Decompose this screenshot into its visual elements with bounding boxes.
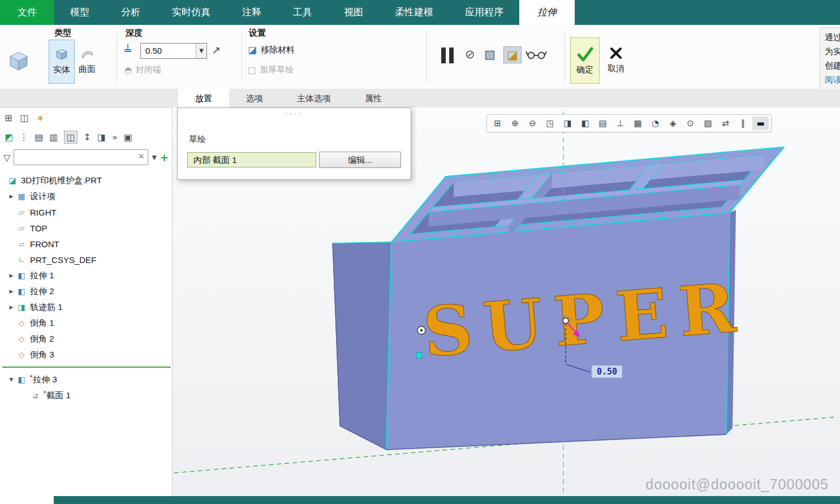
datum-display-icon[interactable]: ▦ [630, 117, 646, 130]
clear-search-icon[interactable]: ✕ [139, 152, 145, 161]
tree-item[interactable]: ◇倒角 2 [0, 331, 172, 347]
menu-tab[interactable]: 文件 [0, 0, 54, 25]
edit-sketch-button[interactable]: 编辑... [319, 152, 401, 168]
expander-icon[interactable]: ▶ [7, 193, 16, 199]
pause-bar-icon [449, 48, 454, 63]
pause-button[interactable] [437, 44, 458, 67]
spin-center-icon[interactable]: ⊙ [682, 117, 699, 130]
sketch-icon: ⊿ [29, 391, 41, 400]
tree-item[interactable]: ∟PRT_CSYS_DEF [0, 252, 172, 268]
csys-icon: ∟ [16, 255, 27, 264]
tree-item[interactable]: ◇倒角 3 [0, 347, 172, 363]
section-icon[interactable]: ▧ [700, 117, 716, 130]
record-icon[interactable]: ▬ [752, 117, 769, 130]
panel-grip-icon[interactable]: ···· [178, 110, 411, 115]
expander-icon[interactable]: ▼ [7, 377, 16, 382]
saved-orientations-icon[interactable]: ▤ [595, 117, 611, 130]
menu-tab[interactable]: 分析 [105, 0, 156, 25]
feature-tab[interactable]: 属性 [348, 89, 399, 107]
favorites-icon[interactable]: ∗ [37, 113, 44, 123]
expand-tools-icon[interactable]: » [112, 132, 118, 143]
no-preview-icon[interactable]: ⊘ [465, 48, 475, 61]
folder-browser-icon[interactable]: ◫ [20, 113, 28, 123]
tree-item[interactable]: ◪3D打印机维护盒.PRT [0, 173, 172, 188]
tree-item[interactable]: ▱FRONT [0, 236, 172, 252]
refit-icon[interactable]: ◳ [542, 117, 558, 130]
tree-columns-icon[interactable]: ◫ [64, 131, 77, 144]
tree-item[interactable]: ◇倒角 1 [0, 315, 172, 331]
menu-bar: 文件模型分析实时仿真注释工具视图柔性建模应用程序拉伸 [0, 0, 840, 25]
feature-tab[interactable]: 主体选项 [280, 89, 348, 107]
view-normal-icon[interactable]: ⊥ [612, 117, 628, 130]
show-hide-icon[interactable]: ◔ [647, 117, 664, 130]
flip-depth-direction-icon[interactable]: ↗ [212, 44, 221, 56]
box-left-chamfer-face[interactable] [333, 242, 391, 450]
ribbon: 类型 实体 曲面 深度 ╧ 0.50 ▼ [0, 25, 840, 89]
help-line: 通过 [825, 30, 840, 44]
menu-tab[interactable]: 应用程序 [449, 0, 519, 25]
tree-item[interactable]: ▶▦设计项 [0, 188, 172, 204]
tree-style-icon[interactable]: ▤ [35, 132, 43, 143]
depth-value-combobox[interactable]: 0.50 ▼ [140, 43, 207, 59]
tree-item[interactable]: ▶◧拉伸 1 [0, 268, 172, 283]
dimension-value-text[interactable]: 0.50 [597, 367, 617, 377]
menu-tab[interactable]: 实时仿真 [156, 0, 226, 25]
expander-icon[interactable]: ▶ [7, 288, 16, 294]
tree-item[interactable]: ⊿*截面 1 [0, 387, 172, 403]
repaint-icon[interactable]: ◨ [559, 117, 576, 130]
overflow-dots-icon[interactable]: ⋮ [19, 132, 28, 143]
menu-tab[interactable]: 注释 [226, 0, 277, 25]
tree-item[interactable]: ▶◧拉伸 2 [0, 283, 172, 299]
verify-glasses-icon[interactable] [525, 49, 548, 62]
thicken-sketch-label: 加厚草绘 [260, 64, 294, 75]
filter-icon[interactable]: ▽ [3, 152, 10, 163]
tree-sort-icon[interactable]: ↕ [84, 132, 91, 143]
expander-icon[interactable]: ▶ [7, 304, 16, 310]
close-icon [609, 46, 623, 60]
depth-type-icon[interactable]: ╧ [124, 44, 131, 57]
sidebar-toolbar-2: ◩⋮▤▥◫↕◨»▣ [0, 127, 172, 147]
tree-item[interactable]: ▱TOP [0, 220, 172, 236]
surface-type-button[interactable]: 曲面 [75, 40, 100, 83]
drag-components-icon[interactable]: ⇄ [717, 117, 734, 130]
menu-tab[interactable]: 工具 [277, 0, 328, 25]
search-options-icon[interactable]: ▼ [152, 154, 156, 161]
tree-group-icon[interactable]: ◨ [97, 132, 106, 143]
menu-tab[interactable]: 拉伸 [519, 0, 575, 25]
feature-tab[interactable]: 放置 [178, 89, 229, 107]
add-filter-icon[interactable]: + [160, 152, 169, 163]
active-part-icon[interactable]: ◩ [5, 132, 13, 143]
cancel-button[interactable]: 取消 [602, 37, 630, 83]
remove-material-option[interactable]: ◪ 移除材料 [248, 44, 295, 55]
model-tree-icon[interactable]: ⊞ [5, 113, 12, 123]
zoom-out-icon[interactable]: ⊖ [524, 117, 541, 130]
menu-tab[interactable]: 视图 [328, 0, 379, 25]
solid-type-button[interactable]: 实体 [49, 40, 75, 84]
feature-tab[interactable]: 选项 [229, 89, 280, 107]
menu-tab[interactable]: 柔性建模 [379, 0, 449, 25]
insert-indicator[interactable] [2, 367, 171, 368]
drag-handle-square[interactable] [416, 352, 422, 358]
tree-item[interactable]: ▱RIGHT [0, 204, 172, 220]
tree-item[interactable]: ▼◧*拉伸 3 [0, 372, 172, 387]
ribbon-separator [565, 31, 565, 83]
tree-item-label: RIGHT [30, 208, 57, 217]
tree-search-input[interactable]: ✕ [14, 149, 148, 165]
expander-icon[interactable]: ▶ [7, 273, 16, 278]
tree-detail-icon[interactable]: ▥ [49, 132, 58, 143]
help-line: 阅读 [825, 72, 840, 87]
ok-button[interactable]: 确定 [570, 37, 600, 84]
menu-tab[interactable]: 模型 [54, 0, 105, 25]
wireframe-preview-icon[interactable]: ▧ [484, 48, 496, 61]
display-style-icon[interactable]: ◧ [577, 117, 593, 130]
section-collector-field[interactable]: 内部 截面 1 [187, 152, 316, 167]
pause-icon[interactable]: ∥ [735, 117, 751, 130]
zoom-in-icon[interactable]: ⊕ [507, 117, 523, 130]
tree-settings-icon[interactable]: ▣ [124, 132, 132, 143]
attached-preview-icon[interactable]: ◪ [503, 46, 522, 63]
annotation-display-icon[interactable]: ◈ [665, 117, 681, 130]
zoom-window-icon[interactable]: ⊞ [489, 117, 506, 130]
tree-item[interactable]: ▶◨轨迹筋 1 [0, 299, 172, 315]
depth-value[interactable]: 0.50 [141, 44, 196, 58]
chevron-down-icon[interactable]: ▼ [196, 44, 206, 58]
